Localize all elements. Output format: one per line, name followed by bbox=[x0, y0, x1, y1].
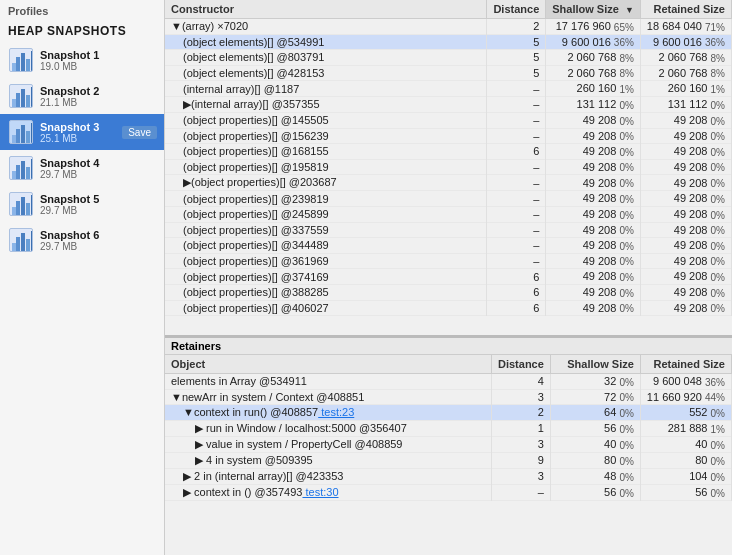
source-link[interactable]: test:23 bbox=[318, 406, 354, 418]
table-row[interactable]: (object elements)[] @80379152 060 768 8%… bbox=[165, 50, 732, 66]
table-row[interactable]: (object properties)[] @344489–49 208 0%4… bbox=[165, 238, 732, 254]
table-row[interactable]: (object properties)[] @145505–49 208 0%4… bbox=[165, 112, 732, 128]
ret-retained-cell: 552 0% bbox=[640, 405, 731, 421]
constructor-cell[interactable]: (object properties)[] @156239 bbox=[165, 128, 487, 144]
table-row[interactable]: ▶ 2 in (internal array)[] @423353348 0%1… bbox=[165, 468, 732, 484]
constructor-cell[interactable]: (object properties)[] @337559 bbox=[165, 222, 487, 238]
shallow-value: 49 208 bbox=[583, 286, 617, 298]
sidebar-item-snap4[interactable]: Snapshot 429.7 MB bbox=[0, 150, 164, 186]
table-row[interactable]: ▶ run in Window / localhost:5000 @356407… bbox=[165, 420, 732, 436]
ret-distance-header[interactable]: Distance bbox=[492, 355, 551, 374]
constructor-cell[interactable]: (object properties)[] @374169 bbox=[165, 269, 487, 285]
object-cell[interactable]: ▼newArr in system / Context @408851 bbox=[165, 389, 492, 405]
retainers-table: Object Distance Shallow Size Retained Si… bbox=[165, 355, 732, 501]
constructor-cell[interactable]: (object properties)[] @344489 bbox=[165, 238, 487, 254]
shallow-pct: 65% bbox=[614, 22, 634, 33]
ret-shallow-header[interactable]: Shallow Size bbox=[550, 355, 640, 374]
object-value: ▶ 2 in (internal array)[] @423353 bbox=[183, 470, 343, 482]
table-row[interactable]: ▼(array) ×7020217 176 960 65%18 684 040 … bbox=[165, 19, 732, 35]
sidebar-item-snap2[interactable]: Snapshot 221.1 MB bbox=[0, 78, 164, 114]
retained-value: 49 208 bbox=[674, 239, 708, 251]
retained-pct: 0% bbox=[711, 288, 725, 299]
constructor-cell[interactable]: (object properties)[] @406027 bbox=[165, 300, 487, 316]
ret-retained-pct: 0% bbox=[711, 408, 725, 419]
table-row[interactable]: (object properties)[] @337559–49 208 0%4… bbox=[165, 222, 732, 238]
save-snapshot-button[interactable]: Save bbox=[122, 126, 157, 139]
table-row[interactable]: ▶(object properties)[] @203687–49 208 0%… bbox=[165, 175, 732, 191]
table-row[interactable]: (object properties)[] @406027649 208 0%4… bbox=[165, 300, 732, 316]
constructor-cell[interactable]: ▶(object properties)[] @203687 bbox=[165, 175, 487, 191]
snapshot-name-snap4: Snapshot 4 bbox=[40, 157, 99, 169]
distance-cell: – bbox=[487, 159, 546, 175]
constructor-cell[interactable]: (object elements)[] @428153 bbox=[165, 65, 487, 81]
source-link[interactable]: test:30 bbox=[302, 486, 338, 498]
constructor-cell[interactable]: (object properties)[] @145505 bbox=[165, 112, 487, 128]
table-row[interactable]: (object properties)[] @156239–49 208 0%4… bbox=[165, 128, 732, 144]
sidebar-item-snap6[interactable]: Snapshot 629.7 MB bbox=[0, 222, 164, 258]
table-row[interactable]: ▶ value in system / PropertyCell @408859… bbox=[165, 436, 732, 452]
ret-retained-header[interactable]: Retained Size bbox=[640, 355, 731, 374]
constructor-cell[interactable]: (object properties)[] @239819 bbox=[165, 191, 487, 207]
retained-pct: 71% bbox=[705, 22, 725, 33]
table-row[interactable]: (object properties)[] @168155649 208 0%4… bbox=[165, 144, 732, 160]
table-row[interactable]: (object properties)[] @374169649 208 0%4… bbox=[165, 269, 732, 285]
constructor-cell[interactable]: (object properties)[] @388285 bbox=[165, 284, 487, 300]
table-row[interactable]: ▶ 4 in system @509395980 0%80 0% bbox=[165, 452, 732, 468]
object-cell[interactable]: ▶ context in () @357493 test:30 bbox=[165, 484, 492, 500]
object-header[interactable]: Object bbox=[165, 355, 492, 374]
distance-header[interactable]: Distance bbox=[487, 0, 546, 19]
table-row[interactable]: elements in Array @534911432 0%9 600 048… bbox=[165, 374, 732, 390]
constructor-cell[interactable]: (object properties)[] @168155 bbox=[165, 144, 487, 160]
shallow-value: 49 208 bbox=[583, 255, 617, 267]
constructor-cell[interactable]: (internal array)[] @1187 bbox=[165, 81, 487, 97]
table-row[interactable]: (object properties)[] @195819–49 208 0%4… bbox=[165, 159, 732, 175]
table-row[interactable]: (object properties)[] @245899–49 208 0%4… bbox=[165, 206, 732, 222]
constructor-cell[interactable]: ▼(array) ×7020 bbox=[165, 19, 487, 35]
constructor-cell[interactable]: (object elements)[] @803791 bbox=[165, 50, 487, 66]
constructor-cell[interactable]: ▶(internal array)[] @357355 bbox=[165, 96, 487, 112]
sidebar-item-snap1[interactable]: Snapshot 119.0 MB bbox=[0, 42, 164, 78]
constructor-header[interactable]: Constructor bbox=[165, 0, 487, 19]
table-row[interactable]: (object elements)[] @53499159 600 016 36… bbox=[165, 34, 732, 50]
constructor-cell[interactable]: (object properties)[] @245899 bbox=[165, 206, 487, 222]
constructor-cell[interactable]: (object properties)[] @361969 bbox=[165, 253, 487, 269]
constructor-cell[interactable]: (object properties)[] @195819 bbox=[165, 159, 487, 175]
table-row[interactable]: ▶(internal array)[] @357355–131 112 0%13… bbox=[165, 96, 732, 112]
table-row[interactable]: (object elements)[] @42815352 060 768 8%… bbox=[165, 65, 732, 81]
retainers-header-row: Object Distance Shallow Size Retained Si… bbox=[165, 355, 732, 374]
table-row[interactable]: (internal array)[] @1187–260 160 1%260 1… bbox=[165, 81, 732, 97]
constructor-value: ▶(internal array)[] @357355 bbox=[183, 98, 320, 110]
snapshot-name-snap2: Snapshot 2 bbox=[40, 85, 99, 97]
ret-retained-pct: 0% bbox=[711, 488, 725, 499]
table-row[interactable]: (object properties)[] @239819–49 208 0%4… bbox=[165, 191, 732, 207]
object-cell[interactable]: ▶ 4 in system @509395 bbox=[165, 452, 492, 468]
table-row[interactable]: ▼newArr in system / Context @408851372 0… bbox=[165, 389, 732, 405]
ret-shallow-pct: 0% bbox=[619, 440, 633, 451]
retained-size-cell: 9 600 016 36% bbox=[640, 34, 731, 50]
ret-retained-cell: 281 888 1% bbox=[640, 420, 731, 436]
bottom-table-container[interactable]: Object Distance Shallow Size Retained Si… bbox=[165, 355, 732, 555]
constructor-cell[interactable]: (object elements)[] @534991 bbox=[165, 34, 487, 50]
table-row[interactable]: ▼context in run() @408857 test:23264 0%5… bbox=[165, 405, 732, 421]
retained-size-header[interactable]: Retained Size bbox=[640, 0, 731, 19]
snapshot-name-snap1: Snapshot 1 bbox=[40, 49, 99, 61]
sidebar-item-snap3[interactable]: Snapshot 325.1 MBSave bbox=[0, 114, 164, 150]
object-cell[interactable]: ▶ run in Window / localhost:5000 @356407 bbox=[165, 420, 492, 436]
top-table-container[interactable]: Constructor Distance Shallow Size ▼ Reta… bbox=[165, 0, 732, 337]
shallow-size-cell: 49 208 0% bbox=[546, 112, 641, 128]
snapshot-icon-snap3 bbox=[7, 118, 35, 146]
constructor-value: (object properties)[] @361969 bbox=[183, 255, 329, 267]
object-cell[interactable]: elements in Array @534911 bbox=[165, 374, 492, 390]
table-row[interactable]: (object properties)[] @388285649 208 0%4… bbox=[165, 284, 732, 300]
object-cell[interactable]: ▼context in run() @408857 test:23 bbox=[165, 405, 492, 421]
table-row[interactable]: (object properties)[] @361969–49 208 0%4… bbox=[165, 253, 732, 269]
sidebar-item-snap5[interactable]: Snapshot 529.7 MB bbox=[0, 186, 164, 222]
table-row[interactable]: ▶ context in () @357493 test:30–56 0%56 … bbox=[165, 484, 732, 500]
object-cell[interactable]: ▶ 2 in (internal array)[] @423353 bbox=[165, 468, 492, 484]
object-cell[interactable]: ▶ value in system / PropertyCell @408859 bbox=[165, 436, 492, 452]
ret-retained-value: 552 bbox=[689, 406, 707, 418]
retained-value: 2 060 768 bbox=[659, 51, 708, 63]
retained-value: 260 160 bbox=[668, 82, 708, 94]
distance-cell: – bbox=[487, 96, 546, 112]
shallow-size-header[interactable]: Shallow Size ▼ bbox=[546, 0, 641, 19]
